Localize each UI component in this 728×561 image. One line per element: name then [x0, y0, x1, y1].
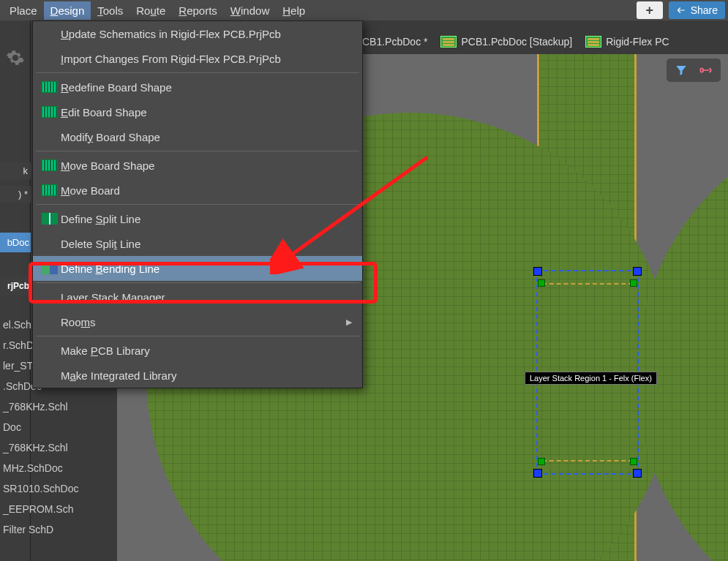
doc-tab-label: PCB1.PcbDoc [Stackup] [461, 36, 572, 48]
bending-line-bottom [542, 460, 633, 462]
menu-define-bending-line[interactable]: Define Bending Line [33, 256, 362, 281]
separator [36, 336, 359, 336]
list-item[interactable]: _768KHz.Schl [0, 396, 117, 417]
region-tooltip: Layer Stack Region 1 - Felx (Flex) [525, 372, 657, 385]
separator [36, 204, 359, 205]
share-button[interactable]: Share [669, 1, 725, 19]
bend-handle[interactable] [630, 279, 637, 287]
board-icon [42, 184, 58, 196]
doc-tab-label: CB1.PcbDoc * [362, 36, 427, 48]
doc-tab[interactable]: Rigid-Flex PC [585, 36, 669, 48]
list-item[interactable]: SR1010.SchDoc [0, 478, 117, 499]
resize-handle[interactable] [633, 267, 642, 276]
menu-tools[interactable]: Tools [91, 1, 130, 20]
menu-place[interactable]: Place [3, 1, 44, 20]
list-item[interactable]: MHz.SchDoc [0, 458, 117, 478]
menu-move-board[interactable]: Move Board [33, 178, 362, 203]
document-tabs: CB1.PcbDoc * PCB1.PcbDoc [Stackup] Rigid… [362, 20, 728, 54]
submenu-arrow-icon: ▶ [346, 317, 352, 327]
left-tab-bdoc[interactable]: bDoc [0, 233, 31, 252]
pcb-icon [440, 36, 457, 48]
menu-edit-board-shape[interactable]: Edit Board Shape [33, 99, 362, 124]
menu-define-split-line[interactable]: Define Split Line [33, 206, 362, 231]
menu-make-integrated-library[interactable]: Make Integrated Library [33, 363, 362, 388]
menu-update-schematics[interactable]: Update Schematics in Rigid-Flex PCB.PrjP… [33, 21, 362, 46]
bend-handle[interactable] [630, 458, 637, 465]
list-item[interactable]: _EEPROM.Sch [0, 499, 117, 519]
bending-line-top [542, 283, 633, 285]
menu-modify-board-shape[interactable]: Modify Board Shape [33, 124, 362, 149]
doc-tab[interactable]: CB1.PcbDoc * [362, 36, 427, 48]
svg-rect-0 [701, 69, 703, 72]
list-item[interactable]: Filter SchD [0, 519, 117, 540]
board-icon [42, 81, 58, 93]
menu-move-board-shape[interactable]: Move Board Shape [33, 153, 362, 178]
menu-window[interactable]: Window [224, 1, 276, 20]
separator [36, 72, 359, 73]
menubar: Place Design Tools Route Reports Window … [0, 0, 728, 20]
menu-import-changes[interactable]: Import Changes From Rigid-Flex PCB.PrjPc… [33, 46, 362, 71]
design-menu-dropdown: Update Schematics in Rigid-Flex PCB.PrjP… [32, 20, 363, 388]
canvas-toolbar [667, 59, 721, 82]
left-tab-k[interactable]: k [0, 162, 31, 179]
resize-handle[interactable] [533, 267, 542, 276]
left-tab-star[interactable]: ) * [0, 186, 31, 203]
menu-rooms[interactable]: Rooms ▶ [33, 309, 362, 334]
menu-make-pcb-library[interactable]: Make PCB Library [33, 338, 362, 363]
highlight-icon[interactable] [699, 63, 713, 78]
resize-handle[interactable] [633, 469, 642, 478]
resize-handle[interactable] [533, 469, 542, 478]
menu-route[interactable]: Route [130, 1, 172, 20]
left-tab-prj[interactable]: rjPcb [0, 276, 31, 295]
menu-help[interactable]: Help [276, 1, 312, 20]
board-icon [42, 159, 58, 171]
gear-icon[interactable] [6, 48, 25, 67]
separator [36, 282, 359, 283]
list-item[interactable]: Doc [0, 417, 117, 437]
bend-handle[interactable] [538, 458, 545, 465]
menubar-right: + Share [637, 0, 728, 20]
bend-handle[interactable] [538, 279, 545, 287]
pcb-icon [585, 36, 601, 48]
bend-icon [42, 263, 58, 274]
add-button[interactable]: + [637, 1, 663, 19]
doc-tab-label: Rigid-Flex PC [606, 36, 669, 48]
menu-reports[interactable]: Reports [172, 1, 224, 20]
doc-tab[interactable]: PCB1.PcbDoc [Stackup] [440, 36, 572, 48]
list-item[interactable]: _768KHz.Schl [0, 437, 117, 458]
menu-layer-stack-manager[interactable]: Layer Stack Manager... [33, 285, 362, 309]
board-icon [42, 106, 58, 118]
share-label: Share [691, 4, 718, 16]
share-icon [676, 5, 686, 15]
filter-icon[interactable] [674, 63, 688, 78]
split-icon [42, 213, 58, 225]
menu-redefine-board-shape[interactable]: Redefine Board Shape [33, 75, 362, 99]
menu-delete-split-line[interactable]: Delete Split Line [33, 231, 362, 256]
separator [36, 151, 359, 151]
menu-design[interactable]: Design [44, 1, 91, 20]
rigid-board-right[interactable] [637, 113, 728, 561]
